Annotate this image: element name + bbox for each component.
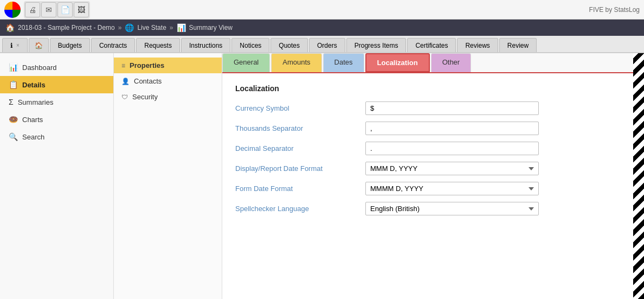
select-spellchecker-lang[interactable]: English (British) English (American) Fre… xyxy=(365,202,539,215)
sidebar-item-dashboard[interactable]: 📊 Dashboard xyxy=(0,59,113,76)
form-row-form-date-format: Form Date Format MMMM D, YYYY MMM D, YYY… xyxy=(235,182,620,195)
label-form-date-format: Form Date Format xyxy=(235,185,365,193)
charts-icon: 🍩 xyxy=(9,115,18,124)
tab-instructions[interactable]: Instructions xyxy=(181,38,230,52)
app-title: FIVE by StatsLog xyxy=(589,6,640,14)
summaries-icon: Σ xyxy=(9,98,14,106)
image-button[interactable]: 🖼 xyxy=(74,2,89,17)
breadcrumb-section[interactable]: Live State xyxy=(137,24,166,31)
label-thousands-sep: Thousands Separator xyxy=(235,124,365,132)
livestate-icon: 🌐 xyxy=(125,23,134,32)
label-currency-symbol: Currency Symbol xyxy=(235,104,365,112)
main-panel: General Amounts Dates Localization Other… xyxy=(222,53,633,299)
left-sidebar: 📊 Dashboard 📋 Details Σ Summaries 🍩 Char… xyxy=(0,53,114,299)
secondary-item-properties[interactable]: ≡ Properties xyxy=(114,58,222,73)
pdf-button[interactable]: 📄 xyxy=(57,2,73,17)
right-zigzag-border xyxy=(633,53,644,299)
label-display-date-format: Display/Report Date Format xyxy=(235,164,365,173)
form-title: Localization xyxy=(235,84,620,93)
tab-requests[interactable]: Requests xyxy=(136,38,180,52)
form-row-thousands-sep: Thousands Separator xyxy=(235,122,620,135)
tab-review2[interactable]: Review xyxy=(499,38,537,52)
sidebar-label-dashboard: Dashboard xyxy=(22,63,57,72)
sidebar-item-summaries[interactable]: Σ Summaries xyxy=(0,93,113,111)
input-currency-symbol[interactable] xyxy=(365,101,539,115)
sidebar-label-search: Search xyxy=(22,133,44,141)
secondary-item-contacts[interactable]: 👤 Contacts xyxy=(114,73,222,89)
sidebar-label-summaries: Summaries xyxy=(18,98,54,106)
tab-progress-items[interactable]: Progress Items xyxy=(346,38,407,52)
sidebar-item-details[interactable]: 📋 Details xyxy=(0,76,113,93)
subtab-localization[interactable]: Localization xyxy=(365,53,430,72)
secondary-label-security: Security xyxy=(132,93,158,101)
tab-budgets[interactable]: Budgets xyxy=(50,38,90,52)
tab-orders[interactable]: Orders xyxy=(309,38,345,52)
breadcrumb-sep-1: » xyxy=(118,24,122,31)
subtab-amounts[interactable]: Amounts xyxy=(271,53,321,72)
secondary-item-security[interactable]: 🛡 Security xyxy=(114,89,222,105)
input-thousands-sep[interactable] xyxy=(365,122,539,135)
label-decimal-sep: Decimal Separator xyxy=(235,144,365,152)
breadcrumb-sep-2: » xyxy=(170,24,173,31)
subtab-general[interactable]: General xyxy=(222,53,270,72)
select-display-date-format[interactable]: MMM D, YYYY MM/DD/YYYY DD/MM/YYYY xyxy=(365,162,539,175)
dashboard-icon: 📊 xyxy=(9,63,18,72)
label-spellchecker-lang: Spellchecker Language xyxy=(235,205,365,213)
form-row-display-date-format: Display/Report Date Format MMM D, YYYY M… xyxy=(235,162,620,175)
print-button[interactable]: 🖨 xyxy=(25,2,40,17)
breadcrumb-project[interactable]: 2018-03 - Sample Project - Demo xyxy=(18,24,115,31)
tab-contracts[interactable]: Contracts xyxy=(91,38,135,52)
select-form-date-format[interactable]: MMMM D, YYYY MMM D, YYYY MM/DD/YYYY xyxy=(365,182,539,195)
details-icon: 📋 xyxy=(9,80,18,89)
security-icon: 🛡 xyxy=(121,93,128,101)
tab-quotes[interactable]: Quotes xyxy=(271,38,308,52)
input-decimal-sep[interactable] xyxy=(365,142,539,155)
sidebar-item-search[interactable]: 🔍 Search xyxy=(0,128,113,145)
properties-icon: ≡ xyxy=(121,62,125,69)
form-row-decimal-sep: Decimal Separator xyxy=(235,142,620,155)
secondary-label-contacts: Contacts xyxy=(134,77,162,85)
tab-notices[interactable]: Notices xyxy=(231,38,269,52)
breadcrumb-view[interactable]: Summary View xyxy=(189,24,233,31)
search-icon: 🔍 xyxy=(9,132,18,141)
sidebar-item-charts[interactable]: 🍩 Charts xyxy=(0,111,113,128)
secondary-sidebar: ≡ Properties 👤 Contacts 🛡 Security xyxy=(114,53,222,299)
tab-reviews[interactable]: Reviews xyxy=(457,38,498,52)
home-icon: 🏠 xyxy=(5,23,15,32)
main-nav-tabs: ℹ × 🏠 Budgets Contracts Requests Instruc… xyxy=(0,36,644,53)
tab-certificates[interactable]: Certificates xyxy=(407,38,456,52)
form-content: Localization Currency Symbol Thousands S… xyxy=(222,73,633,299)
subtab-other[interactable]: Other xyxy=(431,53,472,72)
nav-close-tab[interactable]: ℹ × xyxy=(2,38,28,52)
form-row-currency-symbol: Currency Symbol xyxy=(235,101,620,115)
app-logo xyxy=(4,2,21,18)
toolbar: 🖨 ✉ 📄 🖼 FIVE by StatsLog xyxy=(0,0,644,20)
nav-home-tab[interactable]: 🏠 xyxy=(29,38,49,52)
toolbar-buttons: 🖨 ✉ 📄 🖼 xyxy=(24,1,90,18)
sub-tabs: General Amounts Dates Localization Other xyxy=(222,53,633,73)
sidebar-label-charts: Charts xyxy=(22,116,43,124)
form-row-spellchecker-lang: Spellchecker Language English (British) … xyxy=(235,202,620,215)
sidebar-label-details: Details xyxy=(22,81,46,89)
contacts-icon: 👤 xyxy=(121,78,130,85)
secondary-label-properties: Properties xyxy=(130,61,164,69)
subtab-dates[interactable]: Dates xyxy=(323,53,364,72)
summaryview-icon: 📊 xyxy=(177,23,186,32)
info-icon: ℹ xyxy=(10,42,13,49)
breadcrumb-bar: 🏠 2018-03 - Sample Project - Demo » 🌐 Li… xyxy=(0,20,644,36)
close-icon[interactable]: × xyxy=(16,42,20,48)
email-button[interactable]: ✉ xyxy=(41,2,56,17)
